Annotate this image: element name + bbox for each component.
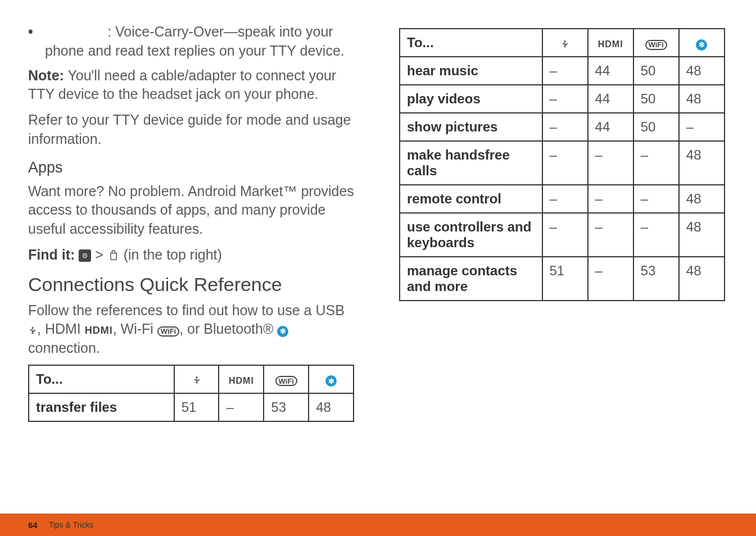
findit-line: Find it: > (in the top right) <box>28 246 354 265</box>
col-usb <box>542 29 588 57</box>
bullet-marker: • <box>28 22 45 61</box>
cell: 50 <box>633 113 679 141</box>
findit-tail: (in the top right) <box>124 247 222 262</box>
home-icon <box>79 249 91 262</box>
page-number: 64 <box>28 520 38 530</box>
cell: 48 <box>679 141 725 185</box>
cell: – <box>633 185 679 213</box>
row-label: play videos <box>400 85 542 113</box>
table-header-row: To... HDMI WiFi ✻ <box>29 365 354 393</box>
bluetooth-icon: ✻ <box>277 326 288 337</box>
cell: 51 <box>174 393 219 421</box>
wifi-icon: WiFi <box>157 326 179 337</box>
table-row: remote control – – – 48 <box>400 185 725 213</box>
bullet-item: • : Voice-Carry-Over—speak into your pho… <box>28 22 354 61</box>
page-columns: • : Voice-Carry-Over—speak into your pho… <box>0 0 756 422</box>
connections-heading: Connections Quick Reference <box>28 274 354 296</box>
hdmi-icon: HDMI <box>229 376 254 385</box>
bluetooth-icon: ✻ <box>325 375 337 387</box>
conn-body-3: , Wi-Fi <box>113 321 157 337</box>
note-paragraph: Note: You'll need a cable/adapter to con… <box>28 66 354 105</box>
wifi-icon: WiFi <box>645 40 667 50</box>
cell: 44 <box>588 57 633 85</box>
table-row: use controllers and keyboards – – – 48 <box>400 213 725 257</box>
note-text: You'll need a cable/adapter to connect y… <box>28 67 336 102</box>
col-to: To... <box>400 29 542 57</box>
apps-heading: Apps <box>28 159 354 176</box>
page-footer: 64 Tips & Tricks <box>0 514 756 536</box>
cell: – <box>588 213 633 257</box>
conn-body-1: Follow the references to find out how to… <box>28 302 345 318</box>
cell: – <box>588 141 633 185</box>
table-row: manage contacts and more 51 – 53 48 <box>400 257 725 301</box>
reference-table-left: To... HDMI WiFi ✻ transfer files 51 – 53… <box>28 365 354 422</box>
cell: 48 <box>679 185 725 213</box>
left-column: • : Voice-Carry-Over—speak into your pho… <box>28 22 354 422</box>
cell: – <box>542 57 588 85</box>
cell: 50 <box>633 57 679 85</box>
hdmi-icon: HDMI <box>85 325 113 336</box>
conn-body-5: connection. <box>28 340 100 356</box>
refer-paragraph: Refer to your TTY device guide for mode … <box>28 111 354 149</box>
bullet-text: : Voice-Carry-Over—speak into your phone… <box>45 22 354 61</box>
usb-icon <box>192 374 201 385</box>
table-row: show pictures – 44 50 – <box>400 113 725 141</box>
section-name: Tips & Tricks <box>49 520 94 529</box>
cell: – <box>588 185 633 213</box>
cell: – <box>679 113 725 141</box>
cell: 53 <box>264 393 309 421</box>
cell: 48 <box>309 393 354 421</box>
col-bt: ✻ <box>309 365 354 393</box>
usb-icon <box>560 38 569 49</box>
table-header-row: To... HDMI WiFi ✻ <box>400 29 725 57</box>
bluetooth-icon: ✻ <box>696 39 707 51</box>
cell: 50 <box>633 85 679 113</box>
cell: 51 <box>542 257 588 301</box>
row-label: transfer files <box>29 393 174 421</box>
apps-body: Want more? No problem. Android Market™ p… <box>28 182 354 239</box>
cell: 48 <box>679 85 725 113</box>
row-label: use controllers and keyboards <box>400 213 542 257</box>
cell: 44 <box>588 85 633 113</box>
cell: 48 <box>679 57 725 85</box>
cell: 44 <box>588 113 633 141</box>
cell: – <box>542 185 588 213</box>
col-to: To... <box>29 365 174 393</box>
table-row: play videos – 44 50 48 <box>400 85 725 113</box>
row-label: show pictures <box>400 113 542 141</box>
svg-point-1 <box>84 255 85 256</box>
connections-body: Follow the references to find out how to… <box>28 301 354 358</box>
cell: – <box>588 257 633 301</box>
cell: – <box>542 85 588 113</box>
col-hdmi: HDMI <box>219 365 264 393</box>
hdmi-icon: HDMI <box>598 39 623 49</box>
shopping-bag-icon <box>107 249 120 262</box>
cell: – <box>633 141 679 185</box>
col-bt: ✻ <box>679 29 725 57</box>
col-wifi: WiFi <box>264 365 309 393</box>
usb-icon <box>28 325 37 336</box>
cell: – <box>219 393 264 421</box>
row-label: hear music <box>400 57 542 85</box>
note-label: Note: <box>28 67 64 83</box>
conn-body-4: , or Bluetooth® <box>179 321 277 337</box>
row-label: make handsfree calls <box>400 141 542 185</box>
reference-table-right: To... HDMI WiFi ✻ hear music – 44 50 48 … <box>399 28 725 301</box>
conn-body-2: , HDMI <box>37 321 85 337</box>
col-wifi: WiFi <box>633 29 679 57</box>
row-label: remote control <box>400 185 542 213</box>
right-column: To... HDMI WiFi ✻ hear music – 44 50 48 … <box>399 22 725 422</box>
col-hdmi: HDMI <box>588 29 633 57</box>
cell: – <box>542 113 588 141</box>
wifi-icon: WiFi <box>275 376 297 386</box>
col-usb <box>174 365 219 393</box>
cell: 53 <box>633 257 679 301</box>
findit-label: Find it: <box>28 247 75 262</box>
cell: – <box>542 141 588 185</box>
cell: – <box>633 213 679 257</box>
cell: 48 <box>679 257 725 301</box>
cell: 48 <box>679 213 725 257</box>
table-row: hear music – 44 50 48 <box>400 57 725 85</box>
table-row: make handsfree calls – – – 48 <box>400 141 725 185</box>
table-row: transfer files 51 – 53 48 <box>29 393 354 421</box>
